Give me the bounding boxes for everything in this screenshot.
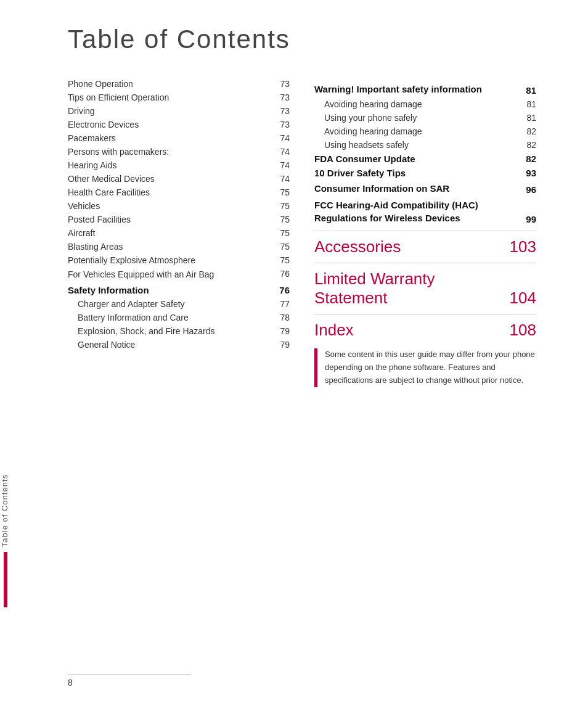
list-item: Posted Facilities 75 [68,215,290,224]
list-item: Hearing Aids 74 [68,160,290,170]
divider [314,314,536,314]
note-bar [314,348,317,387]
list-item: Avoiding hearing damage 82 [314,126,536,136]
list-item: Pacemakers 74 [68,133,290,143]
list-item: Blasting Areas 75 [68,242,290,252]
section-header: 10 Driver Safety Tips 93 [314,168,536,178]
note-box: Some content in this user guide may diff… [314,348,536,387]
section-header: Consumer Information on SAR 96 [314,182,536,195]
content-area: Phone Operation 73 Tips on Efficient Ope… [68,79,570,387]
list-item: Battery Information and Care 78 [68,313,290,322]
list-item: Explosion, Shock, and Fire Hazards 79 [68,326,290,336]
section-header: Warning! Important safety information 81 [314,83,536,96]
page-container: Table of Contents Table of Contents Phon… [0,0,588,706]
list-item: Driving 73 [68,106,290,116]
list-item: Aircraft 75 [68,228,290,238]
list-item: Tips on Efficient Operation 73 [68,92,290,102]
large-toc-item: Limited Warranty Statement 104 [314,269,536,308]
list-item: Health Care Facilities 75 [68,187,290,197]
page-number: 8 [68,678,73,688]
large-toc-item: Index 108 [314,321,536,340]
section-header: FCC Hearing-Aid Compatibility (HAC) Regu… [314,199,536,224]
list-item: Electronic Devices 73 [68,120,290,129]
sidebar-area: Table of Contents [0,0,31,706]
page-title: Table of Contents [68,25,588,54]
divider [314,231,536,231]
list-item: Avoiding hearing damage 81 [314,99,536,109]
section-header: FDA Consumer Update 82 [314,154,536,164]
list-item: General Notice 79 [68,340,290,350]
left-column: Phone Operation 73 Tips on Efficient Ope… [68,79,302,387]
section-header: Safety Information 76 [68,285,290,295]
list-item: Using headsets safely 82 [314,140,536,150]
sidebar-text: Table of Contents [0,474,9,547]
divider [314,263,536,263]
list-item: Charger and Adapter Safety 77 [68,299,290,309]
right-column: Warning! Important safety information 81… [302,79,536,387]
bottom-line [68,675,191,675]
list-item: Vehicles 75 [68,201,290,211]
list-item: Potentially Explosive Atmosphere 75 [68,255,290,265]
list-item: Other Medical Devices 74 [68,174,290,184]
note-text: Some content in this user guide may diff… [325,348,536,387]
list-item: For Vehicles Equipped with an Air Bag 76 [68,269,290,281]
large-toc-item: Accessories 103 [314,237,536,257]
list-item: Using your phone safely 81 [314,113,536,123]
list-item: Phone Operation 73 [68,79,290,89]
sidebar-bar [4,552,7,607]
list-item: Persons with pacemakers: 74 [68,147,290,157]
